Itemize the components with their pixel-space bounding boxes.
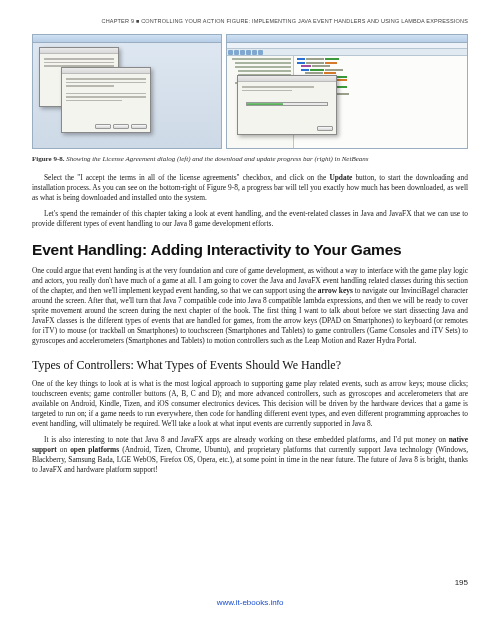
ide-toolbar [227,49,467,56]
toolbar-icon [258,50,263,55]
text-run: It is also interesting to note that Java… [44,435,449,444]
body-paragraph: Select the "I accept the terms in all of… [32,173,468,203]
cancel-button[interactable] [131,124,147,129]
screenshot-right-netbeans-ide [226,34,468,149]
back-button[interactable] [95,124,111,129]
update-button[interactable] [113,124,129,129]
bold-text: arrow keys [318,286,353,295]
figure-caption: Figure 9-8. Showing the License Agreemen… [32,155,468,163]
figure-screenshots [32,34,468,149]
screenshot-left-license-dialog [32,34,222,149]
figure-caption-text: Showing the License Agreement dialog (le… [66,155,368,163]
page-number: 195 [455,578,468,587]
footer-link[interactable]: www.it-ebooks.info [0,598,500,607]
subsection-heading: Types of Controllers: What Types of Even… [32,358,468,373]
progress-fill [247,103,283,105]
bold-text: open platforms [70,445,119,454]
body-paragraph: Let's spend the remainder of this chapte… [32,209,468,229]
text-run: Select the "I accept the terms in all of… [44,173,329,182]
toolbar-icon [228,50,233,55]
text-run: on [57,445,70,454]
cancel-button[interactable] [317,126,333,131]
section-heading: Event Handling: Adding Interactivity to … [32,241,468,259]
running-head: CHAPTER 9 ■ CONTROLLING YOUR ACTION FIGU… [32,18,468,24]
body-paragraph: It is also interesting to note that Java… [32,435,468,475]
download-progress-dialog [237,75,337,135]
toolbar-icon [234,50,239,55]
window-titlebar [33,35,221,43]
toolbar-icon [246,50,251,55]
license-agreement-dialog [61,67,151,133]
figure-label: Figure 9-8. [32,155,65,163]
toolbar-icon [252,50,257,55]
toolbar-icon [240,50,245,55]
body-paragraph: One could argue that event handing is at… [32,266,468,346]
progress-bar [246,102,328,106]
bold-text: Update [329,173,352,182]
window-titlebar [227,35,467,43]
body-paragraph: One of the key things to look at is what… [32,379,468,429]
